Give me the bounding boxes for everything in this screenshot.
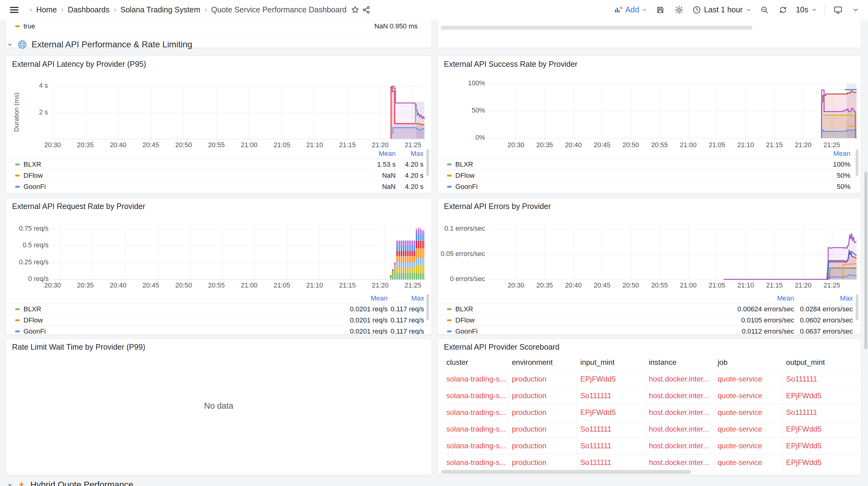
menu-toggle-button[interactable]: [8, 4, 21, 16]
legend-sort-max[interactable]: Max: [388, 294, 424, 302]
breadcrumb-link[interactable]: Quote Service Performance Dashboard: [211, 5, 346, 14]
request-rate-plot[interactable]: [52, 225, 427, 280]
series-toggle[interactable]: DFlow: [24, 316, 43, 324]
column-header-cluster[interactable]: cluster: [443, 358, 509, 367]
time-range-picker[interactable]: Last 1 hour: [692, 5, 751, 14]
section-external-api[interactable]: External API Performance & Rate Limiting: [7, 39, 192, 50]
legend-scrollbar-thumb[interactable]: [856, 149, 859, 176]
cell-output-mint-link[interactable]: EPjFWdd5: [786, 391, 822, 400]
legend-sort-mean[interactable]: Mean: [810, 150, 850, 158]
cell-output-mint-link[interactable]: So111111: [786, 375, 817, 383]
table-horizontal-scrollbar-thumb[interactable]: [441, 470, 691, 474]
panel-title[interactable]: External API Errors by Provider: [444, 202, 551, 211]
cell-cluster-link[interactable]: solana-trading-s...: [446, 408, 506, 417]
cell-output-mint-link[interactable]: EPjFWdd5: [786, 442, 822, 450]
cell-output-mint-link[interactable]: So111111: [786, 408, 817, 417]
cell-input-mint-link[interactable]: So111111: [580, 442, 612, 450]
cell-environment-link[interactable]: production: [512, 425, 547, 433]
cell-instance-link[interactable]: host.docker.inter...: [649, 458, 709, 467]
cell-instance-link[interactable]: host.docker.inter...: [649, 375, 709, 383]
series-toggle[interactable]: BLXR: [24, 305, 41, 313]
cell-output-mint-link[interactable]: EPjFWdd5: [786, 425, 822, 433]
refresh-button[interactable]: [777, 4, 788, 16]
cell-input-mint-link[interactable]: So111111: [580, 425, 612, 433]
cell-input-mint-link[interactable]: EPjFWdd5: [580, 375, 616, 383]
page-vertical-scrollbar-thumb[interactable]: [864, 172, 867, 350]
series-toggle[interactable]: DFlow: [455, 316, 474, 324]
x-tick: 21:10: [304, 282, 326, 290]
column-header-output-mint[interactable]: output_mint: [783, 358, 857, 367]
series-toggle[interactable]: DFlow: [455, 172, 474, 180]
errors-plot[interactable]: [489, 225, 857, 280]
cell-cluster-link[interactable]: solana-trading-s...: [446, 458, 506, 467]
panel-title[interactable]: External API Provider Scoreboard: [444, 342, 559, 352]
cell-output-mint-link[interactable]: EPjFWdd5: [786, 458, 822, 467]
cell-cluster-link[interactable]: solana-trading-s...: [446, 442, 506, 450]
cell-instance-link[interactable]: host.docker.inter...: [649, 425, 709, 433]
cell-job-link[interactable]: quote-service: [717, 442, 762, 450]
series-toggle[interactable]: BLXR: [455, 160, 473, 169]
cell-cluster-link[interactable]: solana-trading-s...: [446, 391, 506, 400]
latency-plot[interactable]: [52, 83, 427, 140]
dashboard-settings-button[interactable]: [673, 4, 685, 16]
series-toggle[interactable]: true: [24, 22, 35, 30]
horizontal-scrollbar-thumb[interactable]: [441, 26, 752, 30]
legend-sort-mean[interactable]: Mean: [355, 150, 396, 158]
refresh-interval-picker[interactable]: 10s: [796, 5, 817, 14]
legend-sort-max[interactable]: Max: [794, 294, 853, 302]
series-toggle[interactable]: DFlow: [24, 172, 43, 180]
legend-mean-value: 0.0201 req/s: [338, 327, 388, 335]
cell-input-mint-link[interactable]: So111111: [580, 458, 612, 467]
cell-input-mint-link[interactable]: So111111: [580, 391, 612, 400]
column-header-instance[interactable]: instance: [646, 358, 715, 367]
cell-cluster-link[interactable]: solana-trading-s...: [446, 375, 506, 383]
x-tick: 21:00: [238, 282, 260, 290]
panel-title[interactable]: External API Success Rate by Provider: [444, 60, 578, 69]
cell-cluster-link[interactable]: solana-trading-s...: [446, 425, 506, 433]
panel-title[interactable]: Rate Limit Wait Time by Provider (P99): [12, 342, 145, 352]
breadcrumb-link[interactable]: Dashboards: [68, 5, 110, 14]
legend-sort-mean[interactable]: Mean: [732, 294, 794, 302]
column-header-environment[interactable]: environment: [509, 358, 578, 367]
cell-environment-link[interactable]: production: [512, 391, 547, 400]
cell-input-mint-link[interactable]: EPjFWdd5: [580, 408, 616, 417]
series-toggle[interactable]: GoonFi: [455, 183, 477, 191]
success-rate-plot[interactable]: [489, 83, 857, 140]
legend-scrollbar-thumb[interactable]: [426, 149, 429, 176]
zoom-out-time-button[interactable]: [759, 4, 770, 16]
panel-title[interactable]: External API Request Rate by Provider: [12, 202, 145, 211]
cell-instance-link[interactable]: host.docker.inter...: [649, 408, 709, 417]
save-dashboard-button[interactable]: [655, 4, 666, 16]
column-header-input-mint[interactable]: input_mint: [577, 358, 646, 367]
cell-job-link[interactable]: quote-service: [717, 458, 762, 467]
legend-sort-max[interactable]: Max: [396, 150, 424, 158]
series-toggle[interactable]: BLXR: [24, 160, 41, 169]
share-button[interactable]: [361, 4, 372, 16]
cell-instance-link[interactable]: host.docker.inter...: [649, 391, 709, 400]
legend-scrollbar-thumb[interactable]: [426, 294, 429, 321]
legend-sort-mean[interactable]: Mean: [338, 294, 388, 302]
cell-job-link[interactable]: quote-service: [717, 408, 762, 417]
series-toggle[interactable]: GoonFi: [24, 183, 46, 191]
panel-title[interactable]: External API Latency by Provider (P95): [12, 60, 146, 69]
column-header-job[interactable]: job: [714, 358, 783, 367]
cell-environment-link[interactable]: production: [512, 458, 547, 467]
cell-job-link[interactable]: quote-service: [717, 391, 762, 400]
series-toggle[interactable]: GoonFi: [455, 327, 477, 335]
breadcrumb-link[interactable]: Solana Trading System: [120, 5, 200, 14]
cell-environment-link[interactable]: production: [512, 408, 547, 417]
cell-job-link[interactable]: quote-service: [717, 425, 762, 433]
section-hybrid-quote[interactable]: Hybrid Quote Performance: [7, 480, 133, 486]
breadcrumb-link[interactable]: Home: [36, 5, 57, 14]
cell-instance-link[interactable]: host.docker.inter...: [649, 442, 709, 450]
series-toggle[interactable]: GoonFi: [24, 327, 46, 335]
navbar-more-button[interactable]: [851, 6, 860, 14]
favorite-star-button[interactable]: [350, 4, 361, 16]
series-toggle[interactable]: BLXR: [455, 305, 473, 313]
cell-job-link[interactable]: quote-service: [717, 375, 762, 383]
cell-environment-link[interactable]: production: [512, 375, 547, 383]
add-panel-button[interactable]: Add: [614, 5, 647, 14]
cell-environment-link[interactable]: production: [512, 442, 547, 450]
tv-mode-button[interactable]: [832, 4, 844, 16]
legend-scrollbar-thumb[interactable]: [856, 294, 859, 321]
